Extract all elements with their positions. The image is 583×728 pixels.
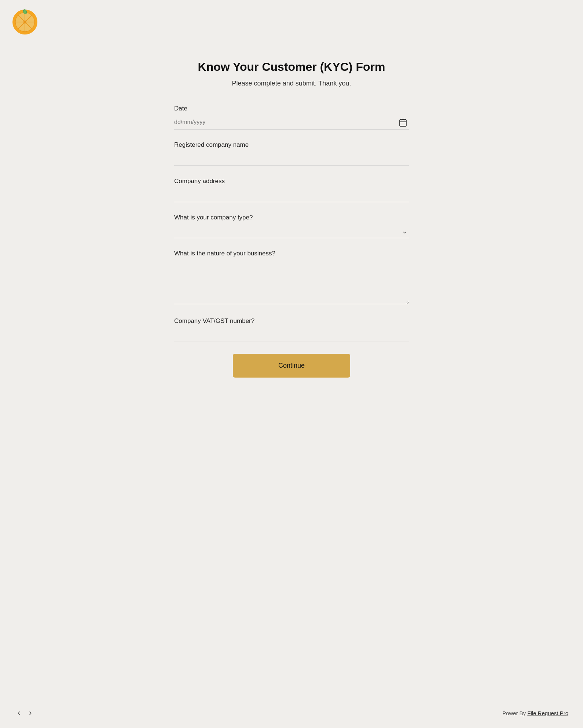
company-name-field: Registered company name: [174, 141, 409, 166]
company-name-label: Registered company name: [174, 141, 409, 149]
continue-button[interactable]: Continue: [233, 354, 350, 378]
powered-by-label: Power By: [502, 710, 526, 716]
company-address-field: Company address: [174, 178, 409, 202]
business-nature-textarea[interactable]: [174, 260, 409, 304]
prev-button[interactable]: ‹: [15, 707, 23, 719]
date-field: Date: [174, 105, 409, 130]
vat-gst-label: Company VAT/GST number?: [174, 317, 409, 325]
date-label: Date: [174, 105, 409, 112]
company-address-label: Company address: [174, 178, 409, 185]
logo-area: [0, 0, 583, 46]
form-subtitle: Please complete and submit. Thank you.: [174, 80, 409, 87]
company-address-input[interactable]: [174, 188, 409, 202]
date-wrapper: [174, 115, 409, 130]
vat-gst-input[interactable]: [174, 328, 409, 342]
powered-by-link[interactable]: File Request Pro: [527, 710, 568, 716]
company-type-field: What is your company type? Sole Trader P…: [174, 214, 409, 238]
form-container: Know Your Customer (KYC) Form Please com…: [167, 46, 416, 422]
company-type-label: What is your company type?: [174, 214, 409, 221]
bottom-bar: ‹ › Power By File Request Pro: [0, 698, 583, 728]
powered-by: Power By File Request Pro: [502, 710, 568, 716]
company-type-select[interactable]: Sole Trader Partnership Limited Company …: [174, 224, 409, 238]
nav-arrows: ‹ ›: [15, 707, 35, 719]
next-button[interactable]: ›: [26, 707, 34, 719]
form-title: Know Your Customer (KYC) Form: [174, 60, 409, 74]
company-type-wrapper: Sole Trader Partnership Limited Company …: [174, 224, 409, 238]
vat-gst-field: Company VAT/GST number?: [174, 317, 409, 342]
date-input[interactable]: [174, 115, 409, 130]
business-nature-wrapper: [174, 260, 409, 306]
business-nature-label: What is the nature of your business?: [174, 250, 409, 257]
company-name-input[interactable]: [174, 152, 409, 166]
svg-point-6: [23, 21, 26, 23]
business-nature-field: What is the nature of your business?: [174, 250, 409, 306]
orange-logo: [12, 9, 38, 35]
